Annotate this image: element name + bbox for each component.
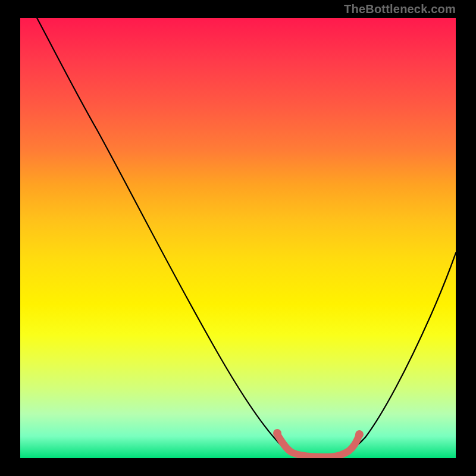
chart-plot-area — [20, 18, 456, 458]
marker-dot-right — [355, 430, 364, 439]
optimal-range-marker — [277, 434, 359, 457]
chart-svg — [20, 18, 456, 458]
chart-frame: TheBottleneck.com — [0, 0, 476, 476]
bottleneck-curve — [37, 18, 456, 457]
watermark-text: TheBottleneck.com — [344, 2, 456, 16]
marker-dot-left — [273, 429, 281, 437]
